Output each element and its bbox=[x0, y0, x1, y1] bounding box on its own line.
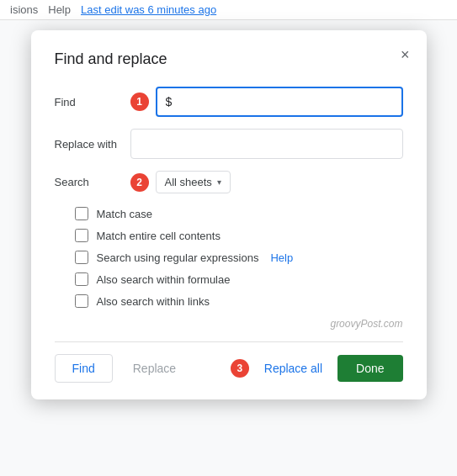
search-dropdown-label: All sheets bbox=[165, 176, 212, 188]
step-1-badge: 1 bbox=[130, 93, 149, 111]
regex-label: Search using regular expressions bbox=[97, 251, 259, 264]
links-label: Also search within links bbox=[97, 295, 210, 308]
page-background: × Find and replace Find 1 Replace with S… bbox=[0, 20, 457, 476]
regex-checkbox[interactable] bbox=[75, 251, 88, 264]
match-entire-checkbox[interactable] bbox=[75, 229, 88, 242]
replace-button: Replace bbox=[120, 355, 189, 382]
last-edit-link[interactable]: Last edit was 6 minutes ago bbox=[81, 3, 216, 16]
top-bar: isions Help Last edit was 6 minutes ago bbox=[0, 0, 457, 20]
match-case-checkbox[interactable] bbox=[75, 207, 88, 220]
regex-help-link[interactable]: Help bbox=[270, 251, 293, 264]
checkbox-match-case-row: Match case bbox=[75, 207, 403, 220]
search-dropdown[interactable]: All sheets ▾ bbox=[156, 171, 231, 193]
menu-item-help[interactable]: Help bbox=[48, 3, 71, 16]
replace-with-input[interactable] bbox=[130, 129, 403, 159]
find-input[interactable] bbox=[156, 87, 403, 117]
dialog-title: Find and replace bbox=[55, 50, 403, 68]
checkbox-match-entire-row: Match entire cell contents bbox=[75, 229, 403, 242]
search-row: Search 2 All sheets ▾ bbox=[55, 171, 403, 193]
step-2-badge: 2 bbox=[130, 173, 149, 192]
find-label: Find bbox=[55, 96, 130, 108]
checkbox-formulae-row: Also search within formulae bbox=[75, 272, 403, 286]
checkbox-links-row: Also search within links bbox=[75, 294, 403, 308]
watermark: groovyPost.com bbox=[55, 318, 403, 330]
search-label: Search bbox=[55, 176, 130, 188]
replace-with-label: Replace with bbox=[55, 138, 130, 151]
match-entire-label: Match entire cell contents bbox=[97, 230, 221, 242]
checkbox-regex-row: Search using regular expressions Help bbox=[75, 251, 403, 264]
menu-item-isions[interactable]: isions bbox=[10, 3, 38, 16]
find-replace-dialog: × Find and replace Find 1 Replace with S… bbox=[31, 30, 427, 399]
chevron-down-icon: ▾ bbox=[217, 177, 221, 187]
footer-right: 3 Replace all Done bbox=[231, 355, 403, 382]
formulae-checkbox[interactable] bbox=[75, 272, 88, 286]
dialog-footer: Find Replace 3 Replace all Done bbox=[55, 341, 403, 383]
step-3-badge: 3 bbox=[231, 359, 249, 378]
done-button[interactable]: Done bbox=[337, 355, 402, 382]
find-row: Find 1 bbox=[55, 87, 403, 117]
links-checkbox[interactable] bbox=[75, 294, 88, 308]
replace-all-button[interactable]: Replace all bbox=[256, 355, 331, 382]
replace-with-row: Replace with bbox=[55, 129, 403, 159]
find-button[interactable]: Find bbox=[55, 354, 113, 383]
checkboxes-section: Match case Match entire cell contents Se… bbox=[75, 207, 403, 308]
match-case-label: Match case bbox=[97, 208, 152, 220]
footer-left: Find Replace bbox=[55, 354, 190, 383]
close-button[interactable]: × bbox=[397, 44, 413, 66]
formulae-label: Also search within formulae bbox=[97, 273, 231, 286]
